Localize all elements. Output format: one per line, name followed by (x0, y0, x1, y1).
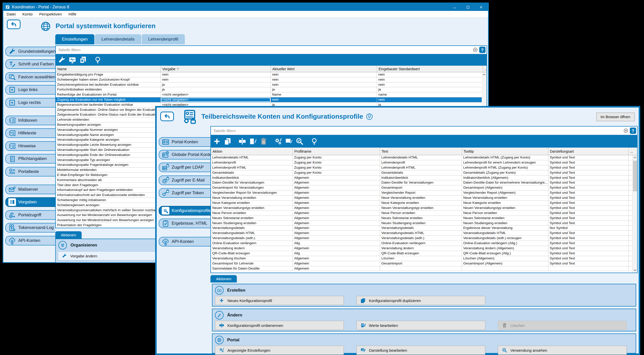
sidebar-item-api-konten[interactable]: API-Konten (5, 236, 55, 245)
sidebar-item-zugriff-per-ldap[interactable]: Zugriff per LDAP (159, 163, 210, 172)
scroll-thumb[interactable] (633, 161, 637, 191)
table-row[interactable]: Neues Sekretariat erstellenAllgemeinNeue… (211, 216, 637, 221)
konfigurationsprofil-duplizieren-button[interactable]: Konfigurationsprofil duplizieren (356, 296, 485, 305)
column-header-more[interactable]: ... (629, 148, 633, 155)
tab-einstellungen[interactable]: Einstellungen (55, 34, 94, 44)
rename-profile-toolbar-icon[interactable] (238, 137, 246, 146)
sidebar-item-hilfetexte[interactable]: ?Hilfetexte (5, 128, 55, 138)
menu-item-hilfe[interactable]: Hilfe (65, 12, 80, 16)
hint-bulb-icon[interactable] (366, 113, 373, 120)
table-row[interactable]: Sammeldatei für Daten-DestilleAllgemein (211, 266, 637, 271)
menu-item-perspektiven[interactable]: Perspektiven (36, 12, 65, 16)
column-header-more[interactable]: ... (483, 66, 487, 72)
table-row[interactable]: Neue Veranstaltung erstellenAllgemeinNeu… (211, 196, 637, 201)
sidebar-item-portaltexte[interactable]: iPortaltexte (5, 167, 55, 176)
new-profile-toolbar-icon[interactable] (213, 137, 221, 146)
column-header-aktueller-wert[interactable]: Aktueller Wert (271, 66, 377, 72)
back-button[interactable] (7, 20, 21, 29)
help-icon[interactable]: ? (479, 47, 486, 53)
duplicate-profile-toolbar-icon[interactable] (223, 137, 232, 146)
table-row[interactable]: Veranstaltungsdetails (wdh.)AllgemeinVer… (211, 236, 637, 241)
remove-copies-toolbar-icon[interactable] (79, 56, 87, 64)
table-row[interactable]: Lehrendendetails HTMLZugang per KontoLeh… (211, 155, 637, 160)
table-row[interactable]: Neuen Veranstaltungstyp erstellenAllgeme… (211, 206, 637, 211)
table-row[interactable]: Veranstaltung löschenAllgemeinLöschenLös… (211, 256, 637, 261)
minimize-button[interactable] (448, 3, 461, 11)
table-row[interactable]: Reihenfolge der Evaluationen im Portal<n… (56, 92, 487, 97)
column-header-text[interactable]: Text (380, 148, 462, 155)
sidebar-item-logo-links[interactable]: Logo links (5, 85, 55, 95)
table-row[interactable]: Gesamtreport für VeranstaltungenAllgemei… (211, 185, 637, 190)
table-row[interactable]: Veranstaltung ändernAllgemeinVeranstaltu… (211, 246, 637, 251)
table-row[interactable]: QR-Code-Blatt erzeugenAllg.QR-Code-Blatt… (211, 251, 637, 256)
table-row[interactable]: Neue Person erstellenAllgemeinNeue Perso… (211, 211, 637, 216)
menu-item-konto[interactable]: Konto (19, 12, 36, 16)
sidebar-item-pflichtangaben[interactable]: Pflichtangaben (5, 154, 55, 164)
table-row[interactable]: Eingabebestätigung pro Frageneinneinnein (56, 72, 487, 77)
table-row[interactable]: Lehrendenprofil HTMLZugang per KontoLehr… (211, 165, 637, 170)
tab-lehrendendetails[interactable]: Lehrendendetails (95, 34, 141, 44)
column-header-eingebauter-standardwert[interactable]: Eingebauter Standardwert (377, 66, 483, 72)
verwendung-ansehen-button[interactable]: Verwendung ansehen (498, 346, 627, 355)
sidebar-item-mailserver[interactable]: @Mailserver (5, 185, 55, 194)
sidebar-item-portal-konten[interactable]: Portal-Konten (159, 137, 210, 147)
table-row[interactable]: Daten-Destille für VeranstaltungenAllgem… (211, 180, 637, 185)
help-icon[interactable]: ? (630, 128, 636, 134)
reset-value-toolbar-icon[interactable] (68, 56, 77, 64)
angezeigte-einstellungen-button[interactable]: Angezeigte Einstellungen (215, 346, 344, 355)
werte-bearbeiten-button[interactable]: Werte bearbeiten (356, 321, 485, 330)
back-button[interactable] (160, 112, 174, 121)
edit-display-toolbar-icon[interactable] (285, 137, 293, 146)
sidebar-item-portalzugriff[interactable]: Portalzugriff (5, 210, 55, 220)
table-row[interactable]: Online-Evaluation verlängernAllg.Online-… (211, 241, 637, 246)
table-row[interactable]: Veranstaltungsdetails HTMLAllgemeinVeran… (211, 231, 637, 236)
sidebar-item-tokenversand-log[interactable]: Tokenversand-Log (5, 223, 55, 233)
table-row[interactable]: Neuen Studiengang erstellenAllgemeinNeue… (211, 221, 637, 226)
sidebar-item-logo-rechts[interactable]: Logo rechts (5, 98, 55, 108)
sidebar-item-schrift-und-farben[interactable]: Schrift und Farben (5, 59, 55, 69)
table-row[interactable]: LehrendenprofilZugang per KontoLehrenden… (211, 160, 637, 165)
actions-tab[interactable]: Aktionen (55, 231, 82, 239)
column-header-tooltip[interactable]: Tooltip (462, 148, 548, 155)
neues-konfigurationsprofil-button[interactable]: Neues Konfigurationsprofil (215, 296, 344, 305)
back-titlebar[interactable]: Koordination - Portal - Zensus 8 (3, 3, 488, 11)
column-header-darstellungsart[interactable]: Darstellungsart (548, 148, 629, 155)
table-row[interactable]: Fortschrittsbalken einblendenjajaja (56, 87, 487, 92)
sidebar-item-api-konten[interactable]: API-Konten (159, 237, 210, 246)
scroll-up-icon[interactable] (482, 73, 486, 77)
column-header-profilname[interactable]: Profilname (293, 148, 380, 155)
view-usage-toolbar-icon[interactable] (295, 137, 304, 146)
clear-filter-icon[interactable] (623, 128, 629, 133)
hint-toolbar-icon[interactable] (310, 137, 318, 146)
konfigurationsprofil-umbenennen-button[interactable]: Konfigurationsprofil umbenennen (215, 321, 344, 330)
actions-tab[interactable]: Aktionen (210, 275, 237, 282)
sidebar-item-hinweise[interactable]: !Hinweise (5, 141, 55, 151)
tab-lehrendenprofil[interactable]: Lehrendenprofil (142, 34, 185, 44)
table-row[interactable]: Zwischenergebnisse bei laufender Evaluat… (56, 82, 487, 87)
sidebar-item-vorgaben[interactable]: Vorgaben (5, 197, 55, 207)
edit-values-toolbar-icon[interactable] (249, 137, 257, 146)
change-default-toolbar-icon[interactable] (58, 56, 66, 64)
sidebar-item-ergebnisse-html[interactable]: Ergebnisse, HTML (159, 219, 210, 228)
sidebar-item-globale-portal-konten[interactable]: Globale Portal-Konten (159, 150, 210, 159)
filter-bar[interactable]: Tabelle filtern ? (56, 46, 487, 54)
table-row[interactable]: Schieberegler haben einen Zurücksetzen-K… (56, 77, 487, 82)
column-header-aktion[interactable]: Aktion (211, 148, 293, 155)
sidebar-item-favicon-auswählen[interactable]: Favicon auswählen (5, 72, 55, 82)
column-header-vorgabe[interactable]: Vorgabe▽ (161, 66, 271, 72)
table-row[interactable]: GesamtdetailsZugang per KontoGesamtdetai… (211, 170, 637, 175)
sidebar-item-zugriff-per-token[interactable]: Zugriff per Token (159, 188, 210, 198)
sidebar-item-zugriff-per-e-mail[interactable]: @Zugriff per E-Mail (159, 175, 210, 185)
table-row[interactable]: Vergleichender Report für Veranstaltunge… (211, 190, 637, 196)
table-row[interactable]: Gesamtreport für LehrendeAllgemeinGesamt… (211, 261, 637, 266)
sidebar-item-infoboxen[interactable]: iInfoboxen (5, 116, 55, 125)
sidebar-item-grundeinstellungen[interactable]: Grundeinstellungen (5, 47, 55, 56)
front-table-scrollbar[interactable] (632, 155, 637, 273)
open-in-browser-button[interactable]: Im Browser öffnen (596, 113, 635, 121)
table-row[interactable]: Zugang zur Evaluation nur mit Token mögl… (56, 97, 487, 102)
darstellung-bearbeiten-button[interactable]: Darstellung bearbeiten (356, 346, 485, 355)
shown-settings-toolbar-icon[interactable] (274, 137, 282, 146)
sidebar-item-konfigurationsprofile[interactable]: Konfigurationsprofile (159, 206, 210, 216)
clear-filter-icon[interactable] (473, 47, 478, 52)
scroll-up-icon[interactable] (633, 155, 637, 160)
